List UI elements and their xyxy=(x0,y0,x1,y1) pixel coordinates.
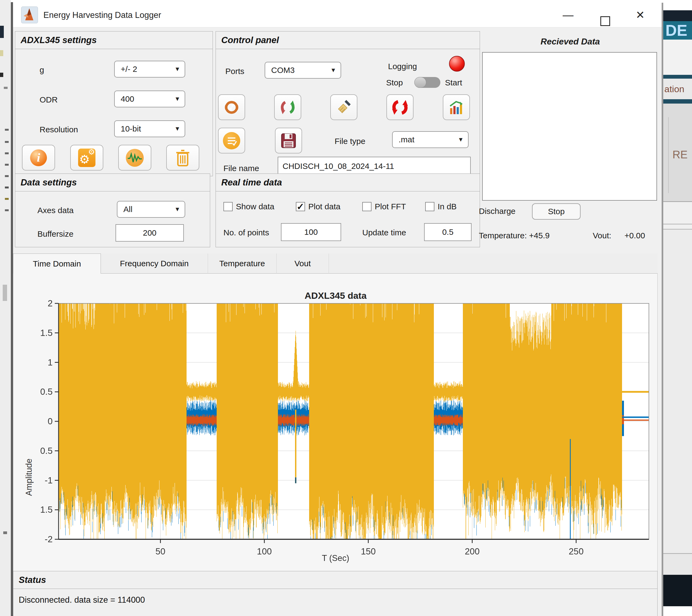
checkbox-box[interactable] xyxy=(362,202,371,211)
orange-cycle-arrows-icon xyxy=(223,98,240,116)
file-name-value: CHDISCH_10_08_2024_14-11 xyxy=(283,161,394,171)
background-window-right: DE ation RE xyxy=(663,10,692,616)
settings-button[interactable]: ⚙ ⚙ xyxy=(70,145,103,171)
buffersize-input[interactable]: 200 xyxy=(115,224,184,242)
trash-icon xyxy=(175,148,191,167)
received-data-listbox[interactable] xyxy=(482,52,657,201)
odr-value: 400 xyxy=(121,94,134,103)
plot-data-checkbox[interactable]: ✓ Plot data xyxy=(296,202,340,211)
tab-frequency-domain[interactable]: Frequency Domain xyxy=(101,254,208,273)
chart-xlabel: T (Sec) xyxy=(13,553,658,563)
file-type-label: File type xyxy=(334,137,365,146)
ports-label: Ports xyxy=(225,67,244,76)
connect-button[interactable] xyxy=(218,94,245,120)
logging-toggle[interactable] xyxy=(414,77,440,88)
buffersize-value: 200 xyxy=(143,228,156,238)
control-panel-title: Control panel xyxy=(216,31,480,49)
resolution-label: Resolution xyxy=(40,125,78,134)
gear-icon: ⚙ ⚙ xyxy=(78,149,95,167)
g-label: g xyxy=(40,65,44,74)
chevron-down-icon: ▼ xyxy=(174,121,180,137)
realtime-data-panel: Real time data Show data ✓ Plot data Plo… xyxy=(216,174,480,247)
log-notes-button[interactable] xyxy=(218,128,245,153)
axes-data-value: All xyxy=(123,205,132,214)
red-cycle-arrows-icon xyxy=(391,98,409,116)
status-message: Disconnected. data size = 114000 xyxy=(19,595,145,605)
ports-dropdown[interactable]: COM3 ▼ xyxy=(265,62,341,79)
status-panel: Status Disconnected. data size = 114000 xyxy=(13,571,657,616)
reset-button[interactable] xyxy=(386,94,413,120)
points-input[interactable]: 100 xyxy=(281,223,341,241)
chevron-down-icon: ▼ xyxy=(330,62,336,78)
background-panel-fragment: RE xyxy=(672,149,688,161)
checkbox-box[interactable] xyxy=(425,202,434,211)
realtime-data-title: Real time data xyxy=(216,174,480,192)
file-name-input[interactable]: CHDISCH_10_08_2024_14-11 xyxy=(278,157,471,176)
points-value: 100 xyxy=(304,227,318,237)
update-time-label: Update time xyxy=(362,228,406,237)
chevron-down-icon: ▼ xyxy=(174,61,180,77)
waveform-icon xyxy=(126,149,144,167)
discharge-label: Discharge xyxy=(479,206,516,216)
info-icon: i xyxy=(30,149,47,166)
discharge-stop-label: Stop xyxy=(548,207,565,216)
background-logo-fragment: DE xyxy=(663,21,692,40)
toggle-knob[interactable] xyxy=(414,77,426,88)
file-type-dropdown[interactable]: .mat ▼ xyxy=(392,131,469,148)
logging-lamp xyxy=(449,56,465,71)
data-settings-panel: Data settings Axes data All ▼ Buffersize… xyxy=(15,174,210,247)
vout-label: Vout: xyxy=(593,231,611,240)
tab-bar: Time Domain Frequency Domain Temperature… xyxy=(13,254,657,273)
tab-time-domain[interactable]: Time Domain xyxy=(13,254,101,274)
test-signal-button[interactable] xyxy=(118,145,151,171)
checkbox-box[interactable] xyxy=(223,202,233,211)
maximize-button[interactable] xyxy=(595,7,614,22)
chevron-down-icon: ▼ xyxy=(174,91,180,107)
buffersize-label: Buffersize xyxy=(38,229,73,239)
red-green-cycle-arrows-icon xyxy=(279,98,297,116)
discharge-stop-button[interactable]: Stop xyxy=(532,203,581,220)
clean-button[interactable] xyxy=(330,94,358,120)
chevron-down-icon: ▼ xyxy=(174,201,180,217)
maximize-icon xyxy=(600,16,610,26)
chart-canvas xyxy=(40,280,653,559)
odr-label: ODR xyxy=(40,95,58,104)
clear-device-button[interactable] xyxy=(166,145,199,171)
show-data-checkbox[interactable]: Show data xyxy=(223,202,275,211)
background-tab-fragment: ation xyxy=(663,79,692,99)
axes-data-dropdown[interactable]: All ▼ xyxy=(117,201,185,218)
odr-dropdown[interactable]: 400 ▼ xyxy=(114,91,185,107)
vout-value: +0.00 xyxy=(625,231,645,240)
plot-fft-checkbox[interactable]: Plot FFT xyxy=(362,202,406,211)
refresh-ports-button[interactable] xyxy=(274,94,301,120)
chart-ylabel: Amplitude xyxy=(24,459,34,496)
plot-button[interactable] xyxy=(443,94,470,120)
minimize-button[interactable]: — xyxy=(559,7,578,22)
checkbox-label: Show data xyxy=(236,202,275,211)
close-button[interactable]: ✕ xyxy=(631,7,650,22)
g-dropdown[interactable]: +/- 2 ▼ xyxy=(114,61,185,78)
resolution-dropdown[interactable]: 10-bit ▼ xyxy=(114,120,185,137)
received-data-title: Recieved Data xyxy=(482,37,658,47)
save-button[interactable] xyxy=(275,128,302,153)
window-title: Energy Harvesting Data Logger xyxy=(43,10,161,20)
file-name-label: File name xyxy=(223,164,259,173)
checklist-icon xyxy=(223,132,240,149)
background-window-left xyxy=(0,0,11,616)
update-time-input[interactable]: 0.5 xyxy=(424,223,472,241)
file-type-value: .mat xyxy=(398,135,414,144)
checkbox-label: In dB xyxy=(438,202,457,211)
bar-chart-icon xyxy=(448,99,465,116)
info-button[interactable]: i xyxy=(22,145,55,171)
chart-pane: ADXL345 data Amplitude T (Sec) xyxy=(13,273,657,571)
checkbox-box[interactable]: ✓ xyxy=(296,202,305,211)
toggle-stop-label: Stop xyxy=(386,78,403,87)
tab-vout[interactable]: Vout xyxy=(277,254,329,273)
data-settings-title: Data settings xyxy=(15,174,210,192)
in-db-checkbox[interactable]: In dB xyxy=(425,202,457,211)
toggle-start-label: Start xyxy=(445,78,462,87)
tab-temperature[interactable]: Temperature xyxy=(208,254,277,273)
checkbox-label: Plot data xyxy=(308,202,340,211)
brush-icon xyxy=(335,99,352,116)
title-bar: Energy Harvesting Data Logger — ✕ xyxy=(13,3,662,27)
